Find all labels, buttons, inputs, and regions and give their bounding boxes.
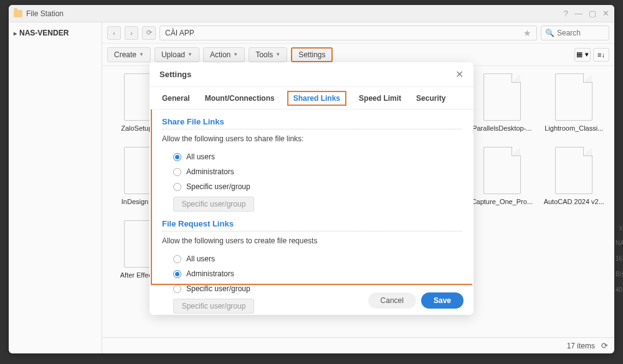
radio-label: Administrators (186, 269, 234, 278)
radio-icon (173, 255, 181, 263)
radio-icon (173, 153, 181, 161)
radio-icon (173, 168, 181, 176)
tab-mount[interactable]: Mount/Connections (202, 91, 277, 106)
radio-label: Administrators (186, 167, 234, 176)
radio-request-specific[interactable]: Specific user/group (162, 281, 462, 296)
section-share-title: Share File Links (162, 117, 462, 129)
radio-icon (173, 183, 181, 191)
tab-security[interactable]: Security (414, 91, 448, 106)
section-request-desc: Allow the following users to create file… (162, 236, 462, 245)
radio-share-all[interactable]: All users (162, 149, 462, 164)
modal-body: Share File Links Allow the following use… (151, 110, 472, 285)
radio-label: All users (186, 152, 215, 161)
radio-request-admins[interactable]: Administrators (162, 266, 462, 281)
radio-label: Specific user/group (186, 182, 250, 191)
section-request-title: File Request Links (162, 219, 462, 231)
settings-modal: Settings ✕ General Mount/Connections Sha… (150, 62, 473, 315)
radio-icon (173, 285, 181, 293)
tab-speed-limit[interactable]: Speed Limit (356, 91, 404, 106)
modal-overlay: Settings ✕ General Mount/Connections Sha… (0, 0, 623, 364)
radio-request-all[interactable]: All users (162, 251, 462, 266)
tab-shared-links[interactable]: Shared Links (287, 91, 346, 106)
modal-title: Settings (159, 70, 455, 79)
specific-user-button-1: Specific user/group (173, 197, 254, 212)
modal-header: Settings ✕ (150, 62, 473, 87)
modal-close-icon[interactable]: ✕ (455, 68, 464, 80)
radio-label: All users (186, 254, 215, 263)
modal-tabs: General Mount/Connections Shared Links S… (150, 87, 473, 110)
radio-share-specific[interactable]: Specific user/group (162, 179, 462, 194)
radio-label: Specific user/group (186, 284, 250, 293)
radio-icon (173, 270, 181, 278)
specific-user-button-2: Specific user/group (173, 299, 254, 314)
tab-general[interactable]: General (159, 91, 193, 106)
section-share-desc: Allow the following users to share file … (162, 134, 462, 143)
radio-share-admins[interactable]: Administrators (162, 164, 462, 179)
